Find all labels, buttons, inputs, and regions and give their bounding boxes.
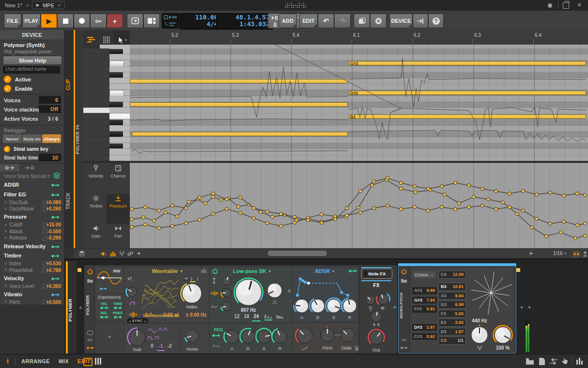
- mod-amount-value[interactable]: -0.550: [40, 229, 61, 234]
- track-header[interactable]: POLYMER: [68, 261, 77, 353]
- filter-slope-24[interactable]: 24: [252, 314, 261, 321]
- mod-target-row[interactable]: ✕Attack-0.550: [0, 228, 64, 235]
- insert-device-button[interactable]: [413, 14, 428, 28]
- note-row-F#3[interactable]: [130, 72, 588, 78]
- single-panel-layout-icon[interactable]: [83, 358, 93, 366]
- layers-icon[interactable]: [53, 172, 60, 179]
- retrigger-option-always[interactable]: Always: [42, 134, 61, 143]
- pitch-value[interactable]: 12.00: [452, 272, 464, 277]
- filter-env-amount-icon[interactable]: [212, 277, 216, 284]
- mod-amount-value[interactable]: +0.260: [40, 206, 61, 211]
- preset-browser-icon[interactable]: [401, 278, 407, 283]
- enable-toggle[interactable]: ✓Enable: [4, 85, 32, 92]
- pitch-cell-as3[interactable]: A#39.99: [412, 287, 437, 295]
- mod-route-icon[interactable]: [51, 215, 60, 219]
- touch-mode-icon[interactable]: [562, 358, 568, 365]
- checkbox-icon[interactable]: ✓: [4, 146, 10, 152]
- modulation-icon[interactable]: [401, 346, 408, 350]
- remove-mod-icon[interactable]: ✕: [4, 261, 8, 266]
- mod-amount-value[interactable]: +0.530: [40, 261, 61, 266]
- mod-amount-value[interactable]: +15.00: [40, 222, 61, 227]
- note-name-C#3[interactable]: [83, 102, 109, 108]
- mod-route-icon[interactable]: [51, 293, 60, 297]
- info-icon[interactable]: i: [7, 357, 9, 365]
- mod-route-icon[interactable]: [51, 277, 60, 281]
- tempo-value[interactable]: 110.00: [183, 14, 218, 21]
- add-device-end-button[interactable]: +: [518, 304, 525, 310]
- adsr-knob-r[interactable]: [340, 297, 359, 315]
- piano-key-black-A#3[interactable]: [109, 49, 123, 54]
- pitch-value[interactable]: 9.99: [426, 288, 435, 293]
- active-toggle[interactable]: ✓Active: [4, 76, 31, 83]
- pitch-cell-f3[interactable]: F35.00: [438, 310, 466, 318]
- modulator-row[interactable]: Velocity: [0, 274, 64, 283]
- device-drop-marker[interactable]: [77, 268, 81, 272]
- pitch-cell-e3[interactable]: E33.92: [438, 319, 466, 327]
- note-name-E3[interactable]: [83, 84, 109, 90]
- play-menu-button[interactable]: PLAY: [22, 14, 41, 28]
- remove-mod-icon[interactable]: ✕: [4, 236, 8, 240]
- note-name-D#3[interactable]: [83, 90, 109, 96]
- filter-resonance-knob[interactable]: [265, 281, 284, 300]
- song-position[interactable]: 48.1.4.57: [219, 14, 270, 21]
- time-signature[interactable]: 4/4: [183, 21, 218, 28]
- wavetable-loop-icon[interactable]: [129, 301, 136, 307]
- mw-mod-route-icon[interactable]: [100, 287, 108, 290]
- note-name-F#3[interactable]: [83, 72, 109, 78]
- midi-note-G#2[interactable]: [132, 132, 348, 136]
- punch-in-button[interactable]: [127, 14, 143, 28]
- automation-write-button[interactable]: ow: [90, 14, 107, 28]
- add-device-end-button2[interactable]: +: [526, 304, 533, 310]
- mod-amount-value[interactable]: -0.290: [40, 235, 61, 240]
- filter-slope-18[interactable]: 18: [242, 314, 251, 320]
- note-name-C3[interactable]: [83, 108, 109, 113]
- piano-key-black-G#2[interactable]: [109, 131, 123, 137]
- wavetable-index-knob[interactable]: [180, 281, 204, 305]
- add-fx-button[interactable]: +: [391, 304, 398, 310]
- piano-key-black-A#2[interactable]: [109, 120, 123, 125]
- expression-tool-pan[interactable]: Pan: [107, 225, 129, 249]
- piano-key-white-F2[interactable]: [109, 149, 130, 155]
- note-row-D3[interactable]: [130, 96, 588, 102]
- expression-tool-velocity[interactable]: Velocity: [85, 165, 107, 189]
- pitch-cell-ds3[interactable]: D#32.97: [412, 323, 437, 332]
- piano-key-white-F3[interactable]: [109, 78, 130, 84]
- browser-panel-icon[interactable]: [526, 358, 534, 365]
- pitch-value[interactable]: 8.94: [455, 293, 464, 298]
- layers-icon[interactable]: [78, 251, 85, 256]
- expanded-view-icon[interactable]: [87, 331, 93, 335]
- modulator-row[interactable]: Pressure: [0, 212, 64, 222]
- keytrack-icon[interactable]: [127, 276, 133, 281]
- pitch-cell-cs3[interactable]: C#30.92: [412, 333, 437, 341]
- mix-knob[interactable]: [492, 324, 513, 346]
- scroll-right-icon[interactable]: ▶: [530, 251, 533, 256]
- note-row-E2[interactable]: [130, 155, 588, 161]
- engine-status-display[interactable]: [162, 13, 179, 29]
- reference-freq-value[interactable]: 440 Hz: [469, 318, 490, 325]
- piano-key[interactable]: [100, 45, 130, 48]
- pitch-knob[interactable]: [318, 326, 337, 344]
- pitch-cell-b3[interactable]: B310.91: [438, 283, 466, 291]
- mod-amount-value[interactable]: +0.080: [40, 200, 61, 205]
- close-window-icon[interactable]: ×: [577, 1, 581, 9]
- view-tab-arrange[interactable]: ARRANGE: [21, 358, 50, 364]
- note-row-A#2[interactable]: [130, 119, 588, 125]
- pitch-cell-d3[interactable]: D31.97: [438, 328, 466, 336]
- tab-clip[interactable]: CLIP: [65, 73, 73, 97]
- remove-mod-icon[interactable]: ✕: [4, 223, 8, 227]
- note-name-F3[interactable]: [83, 78, 109, 84]
- undo-button[interactable]: ↶: [318, 14, 334, 28]
- tab-track[interactable]: TRACK: [65, 187, 73, 216]
- osc-fine-value[interactable]: ± 0.00 Hz: [183, 312, 209, 319]
- duplicate-button[interactable]: [354, 14, 370, 28]
- show-help-button[interactable]: Show Help: [3, 56, 62, 65]
- engine-indicator[interactable]: [548, 3, 552, 8]
- modulator-row[interactable]: Vibrato: [0, 290, 64, 299]
- note-name-B2[interactable]: [83, 113, 109, 119]
- piano-key-black-F#3[interactable]: [109, 72, 123, 78]
- device-name-polymer[interactable]: POLYMER: [85, 288, 93, 322]
- note-row-A3[interactable]: [130, 54, 588, 60]
- sub-octave-0[interactable]: 0: [148, 343, 156, 350]
- mod-route-icon[interactable]: [51, 183, 60, 187]
- steal-same-key-toggle[interactable]: ✓Steal same key: [4, 146, 48, 152]
